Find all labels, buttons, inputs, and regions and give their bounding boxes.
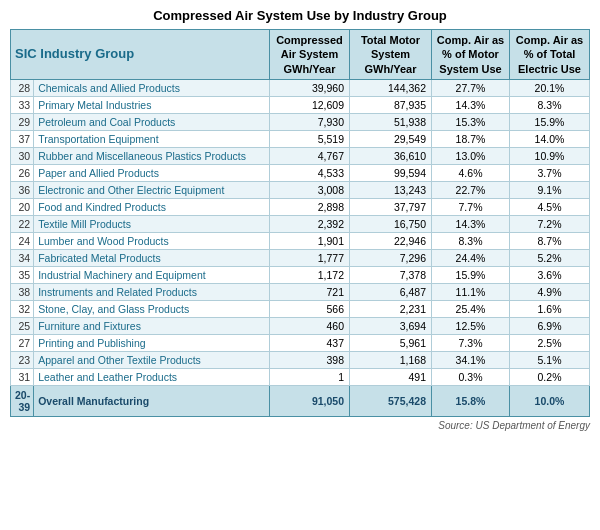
row-p1: 27.7% <box>432 79 510 96</box>
row-tm: 87,935 <box>350 96 432 113</box>
row-p1: 8.3% <box>432 232 510 249</box>
row-num: 24 <box>11 232 34 249</box>
row-tm: 37,797 <box>350 198 432 215</box>
table-row: 23 Apparel and Other Textile Products 39… <box>11 351 590 368</box>
row-p1: 12.5% <box>432 317 510 334</box>
row-tm: 22,946 <box>350 232 432 249</box>
row-tm: 99,594 <box>350 164 432 181</box>
row-num: 37 <box>11 130 34 147</box>
row-p2: 10.9% <box>510 147 590 164</box>
table-row: 33 Primary Metal Industries 12,609 87,93… <box>11 96 590 113</box>
row-ca: 1,901 <box>270 232 350 249</box>
page-title: Compressed Air System Use by Industry Gr… <box>10 8 590 23</box>
row-num: 38 <box>11 283 34 300</box>
row-ca: 2,392 <box>270 215 350 232</box>
row-ca: 39,960 <box>270 79 350 96</box>
table-row: 36 Electronic and Other Electric Equipme… <box>11 181 590 198</box>
row-ca: 437 <box>270 334 350 351</box>
row-p2: 14.0% <box>510 130 590 147</box>
table-row: 25 Furniture and Fixtures 460 3,694 12.5… <box>11 317 590 334</box>
footer-p1: 15.8% <box>432 385 510 416</box>
table-row: 31 Leather and Leather Products 1 491 0.… <box>11 368 590 385</box>
row-name: Food and Kindred Products <box>34 198 270 215</box>
row-p2: 8.7% <box>510 232 590 249</box>
row-p1: 22.7% <box>432 181 510 198</box>
table-row: 30 Rubber and Miscellaneous Plastics Pro… <box>11 147 590 164</box>
row-tm: 491 <box>350 368 432 385</box>
row-p2: 5.2% <box>510 249 590 266</box>
row-num: 23 <box>11 351 34 368</box>
row-ca: 5,519 <box>270 130 350 147</box>
row-tm: 51,938 <box>350 113 432 130</box>
footer-p2: 10.0% <box>510 385 590 416</box>
table-row: 38 Instruments and Related Products 721 … <box>11 283 590 300</box>
row-name: Fabricated Metal Products <box>34 249 270 266</box>
row-p1: 14.3% <box>432 96 510 113</box>
row-tm: 6,487 <box>350 283 432 300</box>
row-name: Printing and Publishing <box>34 334 270 351</box>
footer-name: Overall Manufacturing <box>34 385 270 416</box>
row-ca: 721 <box>270 283 350 300</box>
table-row: 35 Industrial Machinery and Equipment 1,… <box>11 266 590 283</box>
row-ca: 4,533 <box>270 164 350 181</box>
row-ca: 1 <box>270 368 350 385</box>
row-ca: 4,767 <box>270 147 350 164</box>
row-tm: 7,378 <box>350 266 432 283</box>
row-name: Petroleum and Coal Products <box>34 113 270 130</box>
row-p2: 20.1% <box>510 79 590 96</box>
table-body: 28 Chemicals and Allied Products 39,960 … <box>11 79 590 385</box>
row-num: 22 <box>11 215 34 232</box>
row-ca: 566 <box>270 300 350 317</box>
row-name: Stone, Clay, and Glass Products <box>34 300 270 317</box>
row-p1: 34.1% <box>432 351 510 368</box>
row-p2: 0.2% <box>510 368 590 385</box>
row-p1: 25.4% <box>432 300 510 317</box>
table-row: 29 Petroleum and Coal Products 7,930 51,… <box>11 113 590 130</box>
row-ca: 1,172 <box>270 266 350 283</box>
row-name: Transportation Equipment <box>34 130 270 147</box>
p1-header: Comp. Air as % of Motor System Use <box>432 30 510 80</box>
row-name: Industrial Machinery and Equipment <box>34 266 270 283</box>
row-ca: 3,008 <box>270 181 350 198</box>
row-num: 26 <box>11 164 34 181</box>
row-name: Textile Mill Products <box>34 215 270 232</box>
row-p1: 18.7% <box>432 130 510 147</box>
footer-row: 20-39 Overall Manufacturing 91,050 575,4… <box>11 385 590 416</box>
row-p1: 14.3% <box>432 215 510 232</box>
ca-header: Compressed Air System GWh/Year <box>270 30 350 80</box>
row-p1: 15.3% <box>432 113 510 130</box>
row-ca: 12,609 <box>270 96 350 113</box>
row-tm: 5,961 <box>350 334 432 351</box>
table-row: 27 Printing and Publishing 437 5,961 7.3… <box>11 334 590 351</box>
row-name: Rubber and Miscellaneous Plastics Produc… <box>34 147 270 164</box>
row-tm: 2,231 <box>350 300 432 317</box>
row-name: Chemicals and Allied Products <box>34 79 270 96</box>
tm-header: Total Motor System GWh/Year <box>350 30 432 80</box>
row-tm: 16,750 <box>350 215 432 232</box>
row-p1: 15.9% <box>432 266 510 283</box>
row-num: 20 <box>11 198 34 215</box>
table-row: 26 Paper and Allied Products 4,533 99,59… <box>11 164 590 181</box>
row-num: 27 <box>11 334 34 351</box>
row-tm: 144,362 <box>350 79 432 96</box>
row-p1: 24.4% <box>432 249 510 266</box>
table-row: 20 Food and Kindred Products 2,898 37,79… <box>11 198 590 215</box>
row-num: 30 <box>11 147 34 164</box>
sic-header: SIC Industry Group <box>11 30 270 80</box>
row-p1: 13.0% <box>432 147 510 164</box>
row-tm: 7,296 <box>350 249 432 266</box>
row-tm: 13,243 <box>350 181 432 198</box>
row-p2: 4.5% <box>510 198 590 215</box>
table-row: 37 Transportation Equipment 5,519 29,549… <box>11 130 590 147</box>
p2-header: Comp. Air as % of Total Electric Use <box>510 30 590 80</box>
source-text: Source: US Department of Energy <box>10 420 590 431</box>
row-p2: 3.7% <box>510 164 590 181</box>
row-tm: 29,549 <box>350 130 432 147</box>
row-num: 25 <box>11 317 34 334</box>
row-ca: 1,777 <box>270 249 350 266</box>
footer-ca: 91,050 <box>270 385 350 416</box>
row-p2: 3.6% <box>510 266 590 283</box>
row-p2: 15.9% <box>510 113 590 130</box>
row-p1: 7.3% <box>432 334 510 351</box>
row-tm: 3,694 <box>350 317 432 334</box>
